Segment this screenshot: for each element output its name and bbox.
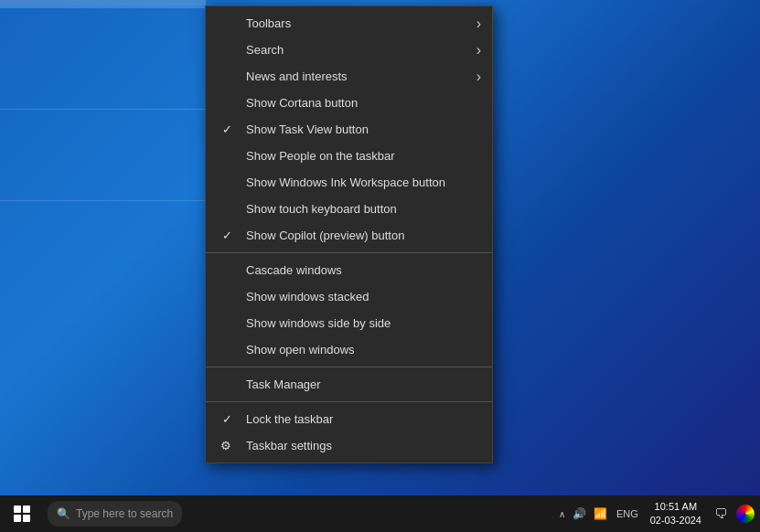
taskbar: 🔍 Type here to search ∧ 🔊 📶 ENG 10:51 AM… xyxy=(0,495,760,532)
separator-after-show-copilot xyxy=(206,252,492,253)
network-icon[interactable]: 📶 xyxy=(591,505,610,522)
menu-label-cascade-windows: Cascade windows xyxy=(246,263,342,277)
start-icon xyxy=(14,505,30,522)
taskbar-search-text: Type here to search xyxy=(76,507,173,520)
menu-label-show-stacked: Show windows stacked xyxy=(246,290,369,303)
menu-item-show-open[interactable]: Show open windows xyxy=(206,336,492,363)
language-indicator[interactable]: ENG xyxy=(614,506,641,521)
clock[interactable]: 10:51 AM 02-03-2024 xyxy=(645,500,707,528)
desktop: ToolbarsSearchNews and interestsShow Cor… xyxy=(0,0,760,532)
menu-label-show-people: Show People on the taskbar xyxy=(246,149,395,163)
checkmark-show-task-view: ✓ xyxy=(222,122,232,136)
volume-icon[interactable]: 🔊 xyxy=(570,505,589,522)
menu-label-taskbar-settings: Taskbar settings xyxy=(246,439,332,452)
taskbar-search-icon: 🔍 xyxy=(57,507,70,520)
show-hidden-icons-button[interactable]: ∧ xyxy=(556,507,568,521)
menu-label-show-cortana: Show Cortana button xyxy=(246,96,358,110)
clock-date: 02-03-2024 xyxy=(650,514,701,527)
context-menu: ToolbarsSearchNews and interestsShow Cor… xyxy=(205,5,493,463)
menu-label-task-manager: Task Manager xyxy=(246,378,321,391)
menu-label-news-interests: News and interests xyxy=(246,69,348,83)
menu-label-show-copilot: Show Copilot (preview) button xyxy=(246,229,404,242)
taskbar-right: ∧ 🔊 📶 ENG 10:51 AM 02-03-2024 🗨 xyxy=(556,495,760,532)
menu-item-show-ink[interactable]: Show Windows Ink Workspace button xyxy=(206,169,492,196)
menu-label-lock-taskbar: Lock the taskbar xyxy=(246,412,333,426)
menu-label-show-keyboard: Show touch keyboard button xyxy=(246,202,397,216)
menu-item-show-keyboard[interactable]: Show touch keyboard button xyxy=(206,196,492,222)
menu-label-show-open: Show open windows xyxy=(246,343,355,356)
desktop-area-1 xyxy=(0,0,206,110)
menu-label-show-side-by-side: Show windows side by side xyxy=(246,316,391,330)
menu-item-show-stacked[interactable]: Show windows stacked xyxy=(206,283,492,310)
menu-item-news-interests[interactable]: News and interests xyxy=(206,63,492,90)
menu-label-toolbars: Toolbars xyxy=(246,16,291,30)
menu-item-show-people[interactable]: Show People on the taskbar xyxy=(206,143,492,169)
menu-item-show-side-by-side[interactable]: Show windows side by side xyxy=(206,310,492,336)
separator-after-task-manager xyxy=(206,401,492,402)
color-icon[interactable] xyxy=(736,505,755,523)
menu-item-show-task-view[interactable]: ✓Show Task View button xyxy=(206,116,492,143)
taskbar-search-box[interactable]: 🔍 Type here to search xyxy=(48,501,182,527)
menu-label-show-task-view: Show Task View button xyxy=(246,122,369,136)
desktop-panel-line xyxy=(0,5,206,8)
notification-center-icon[interactable]: 🗨 xyxy=(711,505,731,523)
menu-item-show-cortana[interactable]: Show Cortana button xyxy=(206,90,492,116)
menu-item-show-copilot[interactable]: ✓Show Copilot (preview) button xyxy=(206,222,492,249)
menu-label-search: Search xyxy=(246,43,284,57)
menu-item-search[interactable]: Search xyxy=(206,37,492,63)
menu-label-show-ink: Show Windows Ink Workspace button xyxy=(246,176,445,189)
checkmark-lock-taskbar: ✓ xyxy=(222,412,232,426)
separator-after-show-open xyxy=(206,367,492,367)
menu-item-taskbar-settings[interactable]: ⚙Taskbar settings xyxy=(206,432,492,459)
gear-icon-taskbar-settings: ⚙ xyxy=(220,439,231,452)
start-button[interactable] xyxy=(0,495,44,532)
tray-icons: ∧ 🔊 📶 xyxy=(556,505,610,522)
desktop-area-2 xyxy=(0,110,206,201)
menu-item-task-manager[interactable]: Task Manager xyxy=(206,371,492,398)
menu-item-lock-taskbar[interactable]: ✓Lock the taskbar xyxy=(206,406,492,432)
menu-item-cascade-windows[interactable]: Cascade windows xyxy=(206,257,492,283)
menu-item-toolbars[interactable]: Toolbars xyxy=(206,10,492,37)
clock-time: 10:51 AM xyxy=(655,500,697,514)
checkmark-show-copilot: ✓ xyxy=(222,229,232,242)
taskbar-left: 🔍 Type here to search xyxy=(0,495,182,532)
